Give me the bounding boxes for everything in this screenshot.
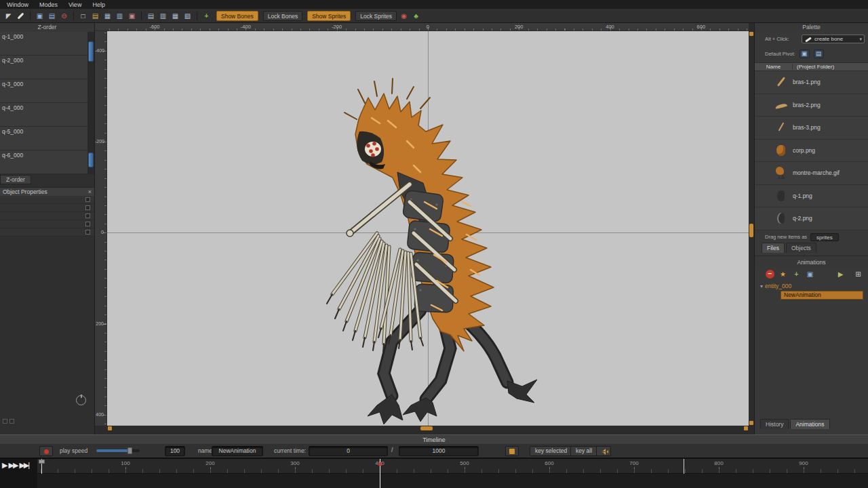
go-to-end-button[interactable]: ▶▶| (19, 461, 28, 470)
entity-tree-item[interactable]: ▾ entity_000 (760, 282, 791, 290)
fast-forward-button[interactable]: ▶▶ (8, 461, 17, 470)
vertical-scrollbar[interactable] (749, 31, 754, 426)
cursor-tool-icon[interactable]: ◤ (3, 11, 14, 21)
export-icon[interactable]: ▣ (127, 11, 137, 21)
scroll-down-arrow[interactable] (749, 421, 753, 425)
property-checkbox[interactable] (85, 214, 90, 218)
zorder-item[interactable]: q-4_000 (0, 103, 87, 127)
view-grid-icon[interactable]: ▦ (170, 11, 180, 21)
timeline-tracks[interactable] (37, 474, 868, 488)
view-split-icon[interactable]: ▥ (158, 11, 168, 21)
property-checkbox[interactable] (85, 205, 90, 210)
lock-sprites-button[interactable]: Lock Sprites (355, 11, 397, 21)
tab-zorder[interactable]: Z-order (0, 175, 31, 184)
menu-item-window[interactable]: Window (7, 1, 28, 8)
timeline-ruler[interactable]: 100200300400500600700800900 (37, 459, 868, 474)
rotation-widget-icon[interactable] (76, 395, 86, 405)
zorder-item[interactable]: q-5_000 (0, 127, 87, 150)
property-checkbox[interactable] (85, 222, 90, 226)
save-icon[interactable]: ▦ (102, 11, 113, 21)
resize-icon[interactable]: ⊞ (853, 269, 863, 279)
file-row[interactable]: bras-2.png (755, 94, 868, 117)
animation-name-input[interactable]: NewAnimation (212, 446, 263, 456)
snap-toggle-icon[interactable] (9, 419, 14, 424)
column-name[interactable]: Name (755, 64, 792, 70)
grid-toggle-icon[interactable] (3, 419, 7, 424)
animation-item-selected[interactable]: NewAnimation (781, 291, 863, 300)
dark-blob-thumbnail-icon (772, 188, 790, 204)
key-selected-button[interactable]: key selected (530, 446, 572, 456)
new-animation-icon[interactable]: ★ (778, 269, 788, 279)
sound-button[interactable] (596, 446, 611, 456)
tab-animations[interactable]: Animations (790, 419, 829, 429)
canvas[interactable] (107, 31, 749, 426)
show-sprites-button[interactable]: Show Sprites (307, 11, 351, 21)
scrollbar-thumb[interactable] (88, 41, 94, 62)
new-file-icon[interactable]: □ (78, 11, 88, 21)
file-row[interactable]: q-2.png (755, 207, 868, 230)
tab-files[interactable]: Files (762, 243, 785, 253)
scroll-left-arrow[interactable] (108, 426, 112, 430)
property-checkbox[interactable] (85, 230, 90, 235)
tab-objects[interactable]: Objects (786, 243, 816, 253)
lock-bones-button[interactable]: Lock Bones (263, 11, 302, 21)
snapshot-icon[interactable]: ◉ (399, 11, 409, 21)
open-folder-icon[interactable]: ▤ (90, 11, 100, 21)
scrollbar-thumb[interactable] (88, 152, 94, 167)
keyframe-options-button[interactable] (505, 446, 519, 456)
zorder-item[interactable]: q-3_000 (0, 79, 87, 103)
plant-icon[interactable]: ♣ (411, 11, 421, 21)
key-all-button[interactable]: key all (570, 446, 597, 456)
file-row[interactable]: bras-1.png (755, 71, 868, 94)
play-button[interactable]: ▶ (2, 461, 6, 470)
horizontal-scrollbar[interactable] (107, 426, 749, 431)
view-wide-icon[interactable]: ▧ (182, 11, 193, 21)
bone-tool-icon[interactable] (16, 11, 26, 21)
pivot-mode-1-icon[interactable]: ▣ (800, 49, 810, 58)
drag-as-dropdown[interactable]: sprites (810, 233, 839, 241)
close-icon[interactable]: × (88, 188, 92, 195)
zorder-item[interactable]: q-1_000 (0, 32, 87, 56)
paste-icon[interactable]: ▤ (47, 11, 57, 21)
zorder-item[interactable]: q-2_000 (0, 56, 87, 79)
file-row[interactable]: q-1.png (755, 185, 868, 208)
menu-item-help[interactable]: Help (92, 1, 105, 8)
current-time-input[interactable]: 0 (309, 446, 388, 456)
scroll-up-arrow[interactable] (749, 32, 753, 36)
vertical-scroll-thumb[interactable] (749, 224, 753, 237)
show-bones-button[interactable]: Show Bones (216, 11, 258, 21)
play-speed-value[interactable]: 100 (165, 446, 185, 456)
property-checkbox[interactable] (85, 197, 90, 202)
menu-item-modes[interactable]: Modes (39, 1, 58, 8)
column-folder[interactable]: (Project Folder) (792, 64, 868, 70)
playhead-keyframe-icon[interactable] (378, 462, 382, 466)
zorder-item[interactable]: q-6_000 (0, 150, 87, 174)
duplicate-animation-icon[interactable]: ▣ (805, 269, 815, 279)
play-speed-slider[interactable] (96, 449, 140, 452)
preview-animation-icon[interactable]: ▶ (835, 269, 846, 279)
record-button[interactable] (39, 446, 53, 456)
tree-expand-icon[interactable]: ▾ (760, 283, 763, 289)
time-zero-handle[interactable] (39, 460, 45, 464)
delete-icon[interactable]: ⊖ (59, 11, 69, 21)
pivot-mode-2-icon[interactable]: ▤ (814, 49, 824, 58)
import-icon[interactable]: ▥ (115, 11, 125, 21)
bone-curve-thumbnail-icon (772, 97, 790, 113)
file-row[interactable]: montre-marche.gif (755, 162, 868, 185)
zorder-scrollbar[interactable] (87, 32, 94, 174)
menu-item-view[interactable]: View (68, 1, 81, 8)
create-bone-dropdown[interactable]: create bone ▾ (802, 35, 865, 43)
horizontal-scroll-thumb[interactable] (420, 426, 433, 430)
animation-length-input[interactable]: 1000 (399, 446, 479, 456)
view-single-icon[interactable]: ▤ (146, 11, 156, 21)
center-view-icon[interactable]: + (201, 11, 212, 21)
slider-handle[interactable] (127, 447, 132, 454)
tab-history[interactable]: History (760, 419, 789, 429)
timeline-ruler-label: 100 (121, 460, 130, 466)
scroll-right-arrow[interactable] (744, 426, 748, 430)
delete-animation-icon[interactable]: − (766, 270, 774, 279)
new-entity-icon[interactable]: + (791, 269, 802, 279)
file-row[interactable]: bras-3.png (755, 117, 868, 140)
copy-icon[interactable]: ▣ (35, 11, 45, 21)
file-row[interactable]: corp.png (755, 140, 868, 163)
